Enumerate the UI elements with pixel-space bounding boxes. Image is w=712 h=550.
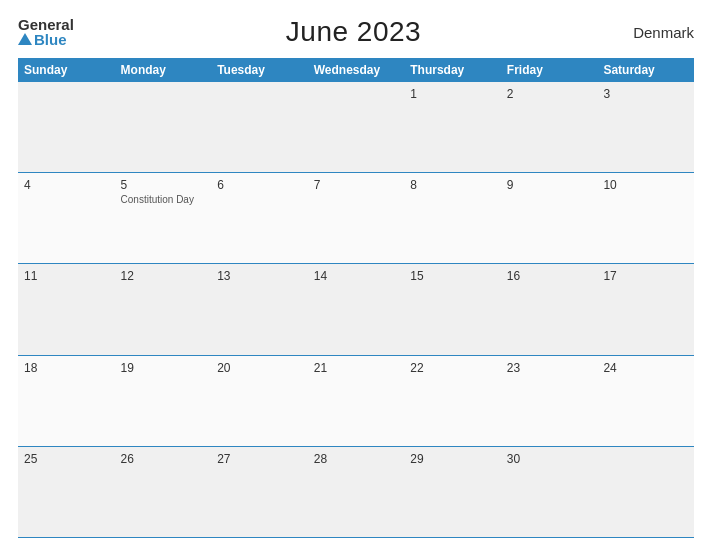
day-cell-w5-d2: 26 [115, 447, 212, 537]
day-cell-w1-d4 [308, 82, 405, 172]
day-number: 11 [24, 269, 109, 283]
event-label: Constitution Day [121, 194, 206, 205]
day-number: 18 [24, 361, 109, 375]
day-number: 1 [410, 87, 495, 101]
week-row-5: 252627282930 [18, 447, 694, 538]
logo-blue-text: Blue [18, 32, 74, 47]
day-number: 14 [314, 269, 399, 283]
day-cell-w5-d5: 29 [404, 447, 501, 537]
header-monday: Monday [115, 58, 212, 82]
day-cell-w5-d3: 27 [211, 447, 308, 537]
day-number: 3 [603, 87, 688, 101]
day-cell-w3-d5: 15 [404, 264, 501, 354]
week-row-3: 11121314151617 [18, 264, 694, 355]
day-cell-w1-d1 [18, 82, 115, 172]
day-number: 30 [507, 452, 592, 466]
calendar-title: June 2023 [286, 16, 421, 48]
day-cell-w3-d7: 17 [597, 264, 694, 354]
day-cell-w2-d2: 5Constitution Day [115, 173, 212, 263]
day-number: 21 [314, 361, 399, 375]
day-number: 19 [121, 361, 206, 375]
header-wednesday: Wednesday [308, 58, 405, 82]
day-cell-w4-d5: 22 [404, 356, 501, 446]
day-cell-w2-d6: 9 [501, 173, 598, 263]
week-row-4: 18192021222324 [18, 356, 694, 447]
day-number: 15 [410, 269, 495, 283]
day-number: 10 [603, 178, 688, 192]
day-cell-w4-d6: 23 [501, 356, 598, 446]
day-number: 17 [603, 269, 688, 283]
week-row-2: 45Constitution Day678910 [18, 173, 694, 264]
country-label: Denmark [633, 24, 694, 41]
day-cell-w5-d7 [597, 447, 694, 537]
day-cell-w1-d5: 1 [404, 82, 501, 172]
header-saturday: Saturday [597, 58, 694, 82]
day-cell-w5-d6: 30 [501, 447, 598, 537]
day-cell-w4-d1: 18 [18, 356, 115, 446]
day-number: 8 [410, 178, 495, 192]
day-cell-w1-d3 [211, 82, 308, 172]
day-number: 27 [217, 452, 302, 466]
day-number: 5 [121, 178, 206, 192]
day-number: 28 [314, 452, 399, 466]
day-number: 29 [410, 452, 495, 466]
day-number: 23 [507, 361, 592, 375]
calendar-header: General Blue June 2023 Denmark [18, 16, 694, 48]
header-friday: Friday [501, 58, 598, 82]
day-cell-w3-d4: 14 [308, 264, 405, 354]
day-cell-w3-d6: 16 [501, 264, 598, 354]
day-cell-w2-d1: 4 [18, 173, 115, 263]
calendar-grid: 12345Constitution Day6789101112131415161… [18, 82, 694, 538]
header-tuesday: Tuesday [211, 58, 308, 82]
day-cell-w4-d4: 21 [308, 356, 405, 446]
day-cell-w2-d7: 10 [597, 173, 694, 263]
day-number: 16 [507, 269, 592, 283]
day-cell-w4-d2: 19 [115, 356, 212, 446]
day-cell-w3-d2: 12 [115, 264, 212, 354]
day-number: 24 [603, 361, 688, 375]
day-headers-row: Sunday Monday Tuesday Wednesday Thursday… [18, 58, 694, 82]
day-cell-w4-d3: 20 [211, 356, 308, 446]
day-cell-w4-d7: 24 [597, 356, 694, 446]
day-number: 6 [217, 178, 302, 192]
day-cell-w5-d4: 28 [308, 447, 405, 537]
day-number: 2 [507, 87, 592, 101]
header-sunday: Sunday [18, 58, 115, 82]
day-number: 20 [217, 361, 302, 375]
day-number: 13 [217, 269, 302, 283]
week-row-1: 123 [18, 82, 694, 173]
day-number: 4 [24, 178, 109, 192]
day-number: 12 [121, 269, 206, 283]
logo-triangle-icon [18, 33, 32, 45]
day-cell-w1-d6: 2 [501, 82, 598, 172]
day-number: 26 [121, 452, 206, 466]
day-cell-w5-d1: 25 [18, 447, 115, 537]
logo: General Blue [18, 17, 74, 47]
day-cell-w2-d4: 7 [308, 173, 405, 263]
header-thursday: Thursday [404, 58, 501, 82]
day-cell-w2-d5: 8 [404, 173, 501, 263]
day-number: 7 [314, 178, 399, 192]
day-number: 9 [507, 178, 592, 192]
day-number: 25 [24, 452, 109, 466]
day-cell-w3-d1: 11 [18, 264, 115, 354]
logo-general-text: General [18, 17, 74, 32]
day-cell-w2-d3: 6 [211, 173, 308, 263]
day-cell-w3-d3: 13 [211, 264, 308, 354]
day-cell-w1-d7: 3 [597, 82, 694, 172]
day-number: 22 [410, 361, 495, 375]
calendar-container: General Blue June 2023 Denmark Sunday Mo… [0, 0, 712, 550]
day-cell-w1-d2 [115, 82, 212, 172]
